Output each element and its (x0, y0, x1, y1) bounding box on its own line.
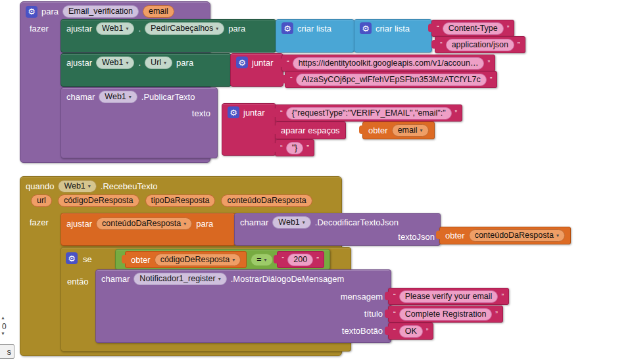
obter-email-block[interactable]: obter email ▾ (362, 122, 435, 139)
close-quote: ” (518, 41, 520, 49)
dropdown-arrow-icon: ▾ (126, 23, 128, 34)
aparar-espacos-block[interactable]: aparar espaços (275, 122, 346, 139)
stepper-down-icon[interactable]: ▼ (1, 331, 5, 336)
stepper-up-icon[interactable]: ▲ (1, 315, 5, 320)
dropdown-value: email (398, 125, 418, 136)
method-name: .DecodificarTextoJson (315, 217, 399, 227)
open-quote: “ (290, 76, 293, 83)
open-quote: “ (393, 293, 396, 300)
juntar-url-block[interactable]: ⚙ juntar (230, 53, 283, 87)
mutator-gear-icon[interactable]: ⚙ (26, 6, 37, 18)
counter-value: 0 (2, 322, 7, 331)
event-param-url[interactable]: url (31, 194, 52, 207)
obter-keyword: obter (131, 255, 151, 265)
open-quote: “ (280, 145, 283, 152)
close-quote: ” (507, 25, 510, 32)
component-dropdown[interactable]: Web1 ▾ (96, 22, 134, 35)
call-decodificartextojson-block[interactable]: chamar Web1 ▾ .DecodificarTextoJson text… (234, 213, 441, 246)
dropdown-value: conteúdoDaResposta (102, 218, 181, 229)
procedure-header-row: ⚙ para Email_verification email (20, 2, 210, 21)
event-param-conteudodaresposta[interactable]: conteúdoDaResposta (221, 194, 312, 207)
property-dropdown[interactable]: PedirCabeçalhos ▾ (145, 22, 224, 35)
mutator-gear-icon[interactable]: ⚙ (360, 22, 372, 34)
string-block-200[interactable]: “ 200 ” (277, 251, 324, 268)
variable-dropdown[interactable]: códigoDeResposta ▾ (155, 254, 241, 266)
criar-lista-outer-block[interactable]: ⚙ criar lista (276, 19, 354, 53)
event-param-codigoderesposta[interactable]: códigoDeResposta (58, 194, 139, 207)
property-dropdown[interactable]: Url ▾ (145, 57, 172, 69)
operator-dropdown[interactable]: = ▾ (251, 254, 272, 266)
call-publicartexto-block[interactable]: chamar Web1 ▾ .PublicarTexto texto (61, 87, 218, 158)
string-value-field[interactable]: Complete Registration (399, 308, 493, 321)
obter-keyword: obter (368, 125, 388, 135)
mutator-gear-icon[interactable]: ⚙ (66, 252, 78, 264)
warnings-button[interactable]: s (0, 344, 14, 359)
para-keyword: para (228, 24, 245, 34)
dropdown-value: PedirCabeçalhos (151, 23, 213, 34)
set-variable-block[interactable]: ajustar conteúdoDaResposta ▾ para (61, 213, 235, 246)
dot-separator: . (138, 24, 141, 34)
mensagem-arg-label: mensagem (341, 292, 383, 302)
dropdown-arrow-icon: ▾ (556, 230, 559, 241)
component-dropdown[interactable]: Web1 ▾ (96, 57, 134, 69)
mutator-gear-icon[interactable]: ⚙ (228, 106, 239, 118)
string-block-endpoint-url[interactable]: “ https://identitytoolkit.googleapis.com… (281, 55, 495, 72)
criar-lista-inner-block[interactable]: ⚙ criar lista (354, 19, 432, 53)
string-value-field[interactable]: 200 (287, 254, 313, 266)
dropdown-arrow-icon: ▾ (264, 254, 267, 265)
string-block-json-close[interactable]: “ "} ” (275, 139, 314, 156)
string-block-application-json[interactable]: “ application/json ” (435, 36, 525, 53)
string-block-content-type[interactable]: “ Content-Type ” (431, 20, 514, 37)
open-quote: “ (440, 41, 443, 49)
dropdown-value: Web1 (102, 57, 123, 68)
blocks-workspace[interactable]: ⚙ para Email_verification email fazer aj… (0, 0, 632, 364)
string-value-field[interactable]: {"requestType":"VERIFY_EMAIL","email":" (286, 107, 452, 120)
criar-lista-label: criar lista (297, 24, 331, 34)
close-quote: ” (490, 76, 493, 83)
string-value-field[interactable]: Please verify your email (399, 290, 498, 303)
string-value-field[interactable]: https://identitytoolkit.googleapis.com/v… (293, 57, 485, 70)
textobotao-arg-label: textoBotão (342, 326, 383, 336)
string-block-complete-registration[interactable]: “ Complete Registration ” (388, 306, 503, 323)
juntar-texto-block[interactable]: ⚙ juntar (222, 103, 276, 156)
variable-dropdown[interactable]: email ▾ (392, 124, 429, 137)
component-dropdown[interactable]: Web1 ▾ (99, 91, 137, 103)
variable-dropdown[interactable]: conteúdoDaResposta ▾ (96, 217, 192, 230)
variable-dropdown[interactable]: conteúdoDaResposta ▾ (469, 229, 565, 242)
mutator-gear-icon[interactable]: ⚙ (281, 22, 293, 34)
string-block-api-key[interactable]: “ AIzaSyCOj6pc_wlFfehVEpSFbn353MzATCfYL7… (285, 71, 497, 88)
string-value-field[interactable]: OK (399, 325, 423, 338)
string-value-field[interactable]: AIzaSyCOj6pc_wlFfehVEpSFbn353MzATCfYL7c (296, 74, 487, 86)
component-dropdown[interactable]: Web1 ▾ (58, 180, 96, 193)
string-block-json-open[interactable]: “ {"requestType":"VERIFY_EMAIL","email":… (275, 104, 462, 122)
set-pedircabecalhos-block[interactable]: ajustar Web1 ▾ . PedirCabeçalhos ▾ para (61, 19, 276, 53)
dropdown-arrow-icon: ▾ (420, 125, 423, 136)
dropdown-value: Url (151, 57, 161, 68)
string-value-field[interactable]: "} (286, 142, 304, 154)
event-param-tipodaresposta[interactable]: tipoDaResposta (145, 194, 216, 207)
equals-comparison-block[interactable]: obter códigoDeResposta ▾ = ▾ “ 200 ” (115, 249, 330, 270)
mutator-gear-icon[interactable]: ⚙ (236, 57, 248, 68)
obter-conteudodaresposta-block[interactable]: obter conteúdoDaResposta ▾ (439, 227, 571, 244)
dropdown-arrow-icon: ▾ (88, 181, 91, 192)
chamar-keyword: chamar (66, 92, 95, 102)
obter-codigoderesposta-block[interactable]: obter códigoDeResposta ▾ (125, 251, 247, 268)
open-quote: “ (393, 311, 396, 318)
component-dropdown[interactable]: Notificador1_register ▾ (134, 273, 226, 285)
dropdown-arrow-icon: ▾ (183, 218, 186, 229)
string-block-please-verify[interactable]: “ Please verify your email ” (388, 288, 509, 305)
open-quote: “ (287, 60, 289, 67)
procedure-name-field[interactable]: Email_verification (62, 5, 139, 18)
set-url-block[interactable]: ajustar Web1 ▾ . Url ▾ para (61, 53, 231, 87)
open-quote: “ (393, 328, 396, 335)
procedure-param-email[interactable]: email (143, 5, 174, 18)
method-name: .MostrarDiálogoDeMensagem (231, 274, 345, 284)
close-quote: ” (426, 328, 429, 335)
juntar-label: juntar (243, 108, 265, 118)
component-dropdown[interactable]: Web1 ▾ (272, 216, 310, 229)
string-value-field[interactable]: application/json (446, 39, 514, 51)
call-mostrardialogo-block[interactable]: chamar Notificador1_register ▾ .MostrarD… (95, 269, 391, 343)
string-value-field[interactable]: Content-Type (443, 22, 504, 35)
string-block-ok[interactable]: “ OK ” (388, 323, 433, 340)
dot-separator: . (138, 58, 141, 68)
